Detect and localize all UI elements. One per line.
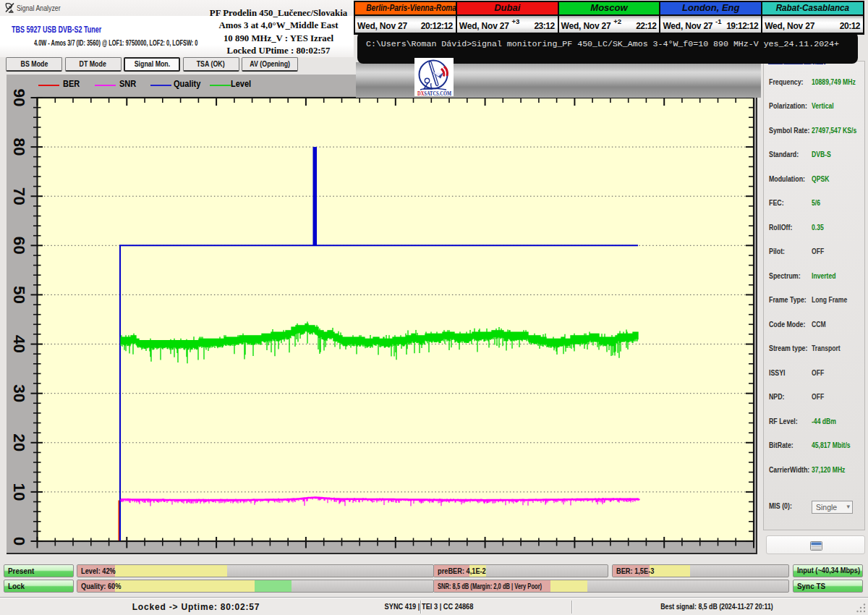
svg-text:40: 40 [10,335,28,353]
svg-text:20: 20 [10,433,28,451]
svg-text:80: 80 [10,138,28,156]
svg-text:30: 30 [10,384,28,402]
svg-text:70: 70 [10,187,28,205]
svg-text:90: 90 [10,88,28,106]
svg-text:50: 50 [10,286,28,304]
svg-text:0: 0 [10,537,28,546]
svg-text:60: 60 [10,237,28,255]
svg-text:10: 10 [10,483,28,501]
svg-text:DXSATCS.COM: DXSATCS.COM [417,90,451,97]
